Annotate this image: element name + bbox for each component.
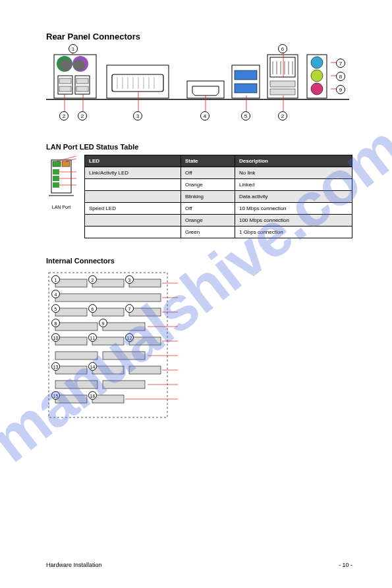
ic-1: 1 — [51, 275, 60, 284]
lan-caption: LAN Port LED Status Table — [46, 143, 352, 151]
lan-led-table: LED State Description Link/Activity LED … — [84, 155, 352, 238]
ic-6: 6 — [88, 304, 97, 313]
svg-rect-52 — [53, 161, 61, 167]
ic-16: 16 — [88, 391, 97, 400]
svg-rect-73 — [55, 337, 87, 345]
internal-connectors-diagram: 1 2 3 4 5 6 7 8 9 10 11 12 13 14 15 16 — [46, 270, 352, 428]
svg-line-57 — [57, 156, 76, 161]
lan-th-0: LED — [85, 155, 181, 167]
svg-rect-53 — [62, 161, 70, 167]
svg-rect-77 — [103, 352, 145, 360]
rear-callout-1: 1 — [69, 44, 78, 53]
ic-10: 10 — [51, 333, 60, 342]
ic-12: 12 — [125, 333, 134, 342]
svg-rect-56 — [53, 182, 59, 188]
page-footer: Hardware Installation - 10 - — [46, 562, 352, 568]
svg-rect-70 — [129, 308, 161, 316]
ic-2: 2 — [88, 275, 97, 284]
rear-callout-2: 2 — [59, 111, 69, 120]
svg-rect-65 — [92, 279, 124, 287]
internal-title: Internal Connectors — [46, 257, 352, 265]
svg-rect-55 — [53, 176, 59, 181]
rear-panel-diagram: 1 2 2 3 4 5 6 2 7 8 9 — [46, 48, 352, 134]
svg-rect-78 — [55, 366, 87, 374]
svg-rect-67 — [55, 294, 161, 302]
lan-block: LAN Port LED State Description Link/Acti… — [46, 155, 352, 238]
lan-th-1: State — [181, 155, 235, 167]
rear-callout-8: 8 — [336, 72, 345, 81]
rear-callout-3: 3 — [133, 111, 142, 120]
rear-callout-9: 9 — [336, 85, 345, 94]
rear-callout-5: 5 — [241, 111, 250, 120]
svg-rect-69 — [92, 308, 124, 316]
ic-4: 4 — [51, 290, 60, 298]
svg-rect-79 — [92, 366, 124, 374]
svg-rect-64 — [55, 279, 87, 287]
svg-rect-83 — [55, 395, 87, 403]
svg-rect-80 — [129, 366, 161, 374]
svg-rect-68 — [55, 308, 87, 316]
svg-rect-81 — [55, 381, 98, 388]
lan-mini-diagram: LAN Port — [46, 155, 76, 238]
ic-15: 15 — [51, 391, 60, 400]
rear-callout-2b: 2 — [78, 111, 87, 120]
rear-callout-2c: 2 — [278, 111, 287, 120]
svg-rect-76 — [55, 352, 98, 360]
ic-13: 13 — [51, 362, 60, 371]
svg-rect-74 — [92, 337, 124, 345]
footer-left: Hardware Installation — [46, 562, 102, 568]
ic-3: 3 — [125, 275, 134, 284]
rear-callout-7: 7 — [336, 59, 345, 68]
svg-rect-71 — [55, 323, 98, 331]
lan-port-label: LAN Port — [46, 205, 76, 209]
ic-14: 14 — [88, 362, 97, 371]
svg-rect-66 — [129, 279, 161, 287]
ic-11: 11 — [88, 333, 97, 342]
ic-5: 5 — [51, 304, 60, 313]
lan-th-2: Description — [235, 155, 352, 167]
ic-8: 8 — [51, 319, 60, 327]
rear-callout-4: 4 — [200, 111, 210, 120]
svg-rect-54 — [53, 169, 59, 174]
svg-rect-72 — [103, 323, 145, 331]
ic-7: 7 — [125, 304, 134, 313]
ic-9: 9 — [99, 319, 107, 327]
svg-rect-75 — [129, 337, 161, 345]
svg-rect-84 — [92, 395, 124, 403]
footer-right: - 10 - — [339, 562, 352, 568]
section-title: Rear Panel Connectors — [46, 32, 352, 41]
svg-rect-82 — [103, 381, 145, 388]
rear-callout-6: 6 — [278, 44, 287, 53]
